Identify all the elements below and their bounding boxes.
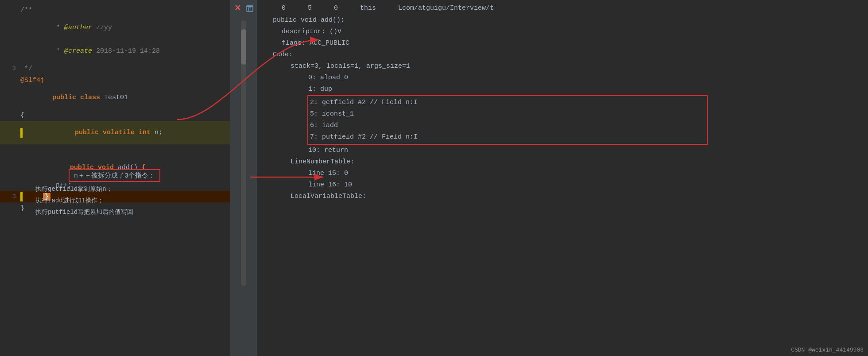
annotation-box: n＋＋被拆分成了3个指令： — [69, 169, 160, 182]
code-line-7: { — [0, 109, 230, 121]
bytecode-line-9: 5: iconst_1 — [308, 108, 707, 120]
main-container: /** * @auther zzyy * @create 2018-11-19 … — [0, 0, 868, 356]
code-line-4: 3 */ — [0, 63, 230, 74]
bytecode-line-1: public void add(); — [264, 15, 861, 26]
bytecode-line-3: flags: ACC_PUBLIC — [264, 38, 861, 49]
bytecode-line-2: descriptor: ()V — [264, 26, 861, 38]
bytecode-line-14: line 15: 0 — [264, 168, 861, 179]
bytecode-line-8: 2: getfield #2 // Field n:I — [308, 97, 707, 108]
code-line-2: * @auther zzyy — [0, 16, 230, 39]
code-line-5: @Slf4j — [0, 74, 230, 86]
code-line-1: /** — [0, 4, 230, 16]
watermark: CSDN @weixin_44149903 — [791, 347, 864, 353]
bytecode-highlight-box: 2: getfield #2 // Field n:I 5: iconst_1 … — [307, 95, 708, 145]
bytecode-line-15: line 16: 10 — [264, 179, 861, 191]
left-panel: /** * @auther zzyy * @create 2018-11-19 … — [0, 0, 230, 356]
scroll-thumb[interactable] — [241, 29, 246, 65]
code-line-9 — [0, 144, 230, 156]
bytecode-line-4: Code: — [264, 49, 861, 61]
annotation-item-3: 执行putfield写把累加后的值写回 — [35, 208, 133, 216]
code-line-3: * @create 2018-11-19 14:28 — [0, 39, 230, 63]
bytecode-line-13: LineNumberTable: — [264, 156, 861, 168]
code-line-6: public class Test01 — [0, 86, 230, 109]
code-line-8: public volatile int n; — [0, 121, 230, 144]
code-line-12: 3 } — [0, 191, 230, 202]
bytecode-header: 0 5 0 this Lcom/atguigu/Interview/t — [264, 4, 861, 15]
bytecode-line-11: 7: putfield #2 // Field n:I — [308, 132, 707, 143]
scroll-track[interactable] — [241, 20, 246, 286]
scroll-buttons: ✕ — [232, 0, 255, 16]
bytecode-line-12: 10: return — [264, 145, 861, 156]
scrollbar-panel: ✕ — [230, 0, 257, 356]
bytecode-line-7: 1: dup — [264, 84, 861, 95]
bytecode-line-10: 6: iadd — [308, 120, 707, 132]
annotation-item-1: 执行getfield拿到原始n； — [35, 185, 112, 193]
bytecode-line-16: LocalVariableTable: — [264, 191, 861, 202]
bytecode-line-5: stack=3, locals=1, args_size=1 — [264, 61, 861, 72]
close-button[interactable]: ✕ — [232, 3, 243, 13]
annotation-item-2: 执行iadd进行加1操作； — [35, 197, 104, 205]
bytecode-line-6: 0: aload_0 — [264, 72, 861, 84]
right-panel: 0 5 0 this Lcom/atguigu/Interview/t publ… — [257, 0, 868, 356]
trash-button[interactable] — [244, 3, 255, 13]
